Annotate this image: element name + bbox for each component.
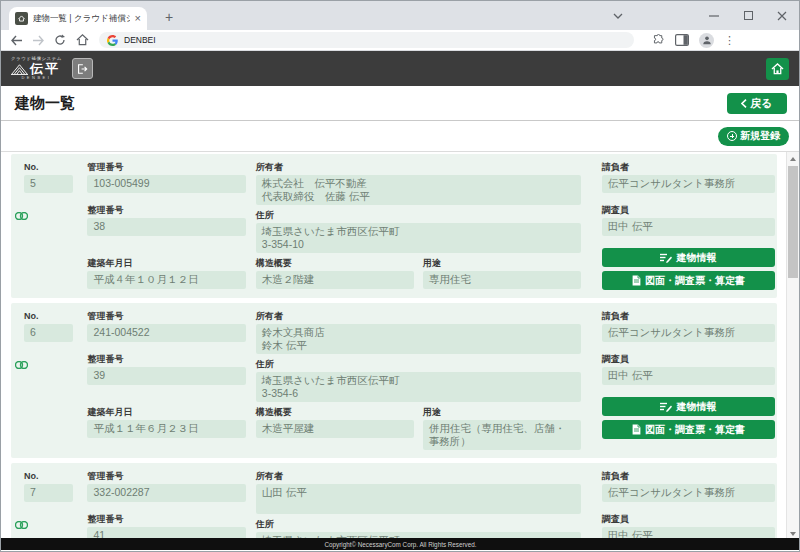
browser-toolbar: DENBEI ⋮ xyxy=(1,30,799,51)
logout-button[interactable] xyxy=(72,58,93,79)
documents-button[interactable]: 図面・調査票・算定書 xyxy=(602,420,775,439)
field-label-structure: 構造概要 xyxy=(256,258,414,268)
field-built-date: 平成１１年６月２３日 xyxy=(87,420,245,438)
field-no: 5 xyxy=(24,175,73,193)
page-footer: Copyright© NecessaryCom Corp. All Rights… xyxy=(1,538,799,550)
field-label-contractor: 請負者 xyxy=(602,311,775,321)
tab-strip: 建物一覧 | クラウド補償システム 伝 × + xyxy=(1,1,799,30)
new-registration-label: 新規登録 xyxy=(740,129,780,143)
field-seiri-no: 38 xyxy=(87,218,245,236)
tab-close-icon[interactable]: × xyxy=(135,13,141,24)
minimize-button[interactable] xyxy=(697,1,731,30)
field-label-surveyor: 調査員 xyxy=(602,514,775,524)
field-label-contractor: 請負者 xyxy=(602,471,775,481)
home-button[interactable] xyxy=(766,58,789,80)
building-info-label: 建物情報 xyxy=(676,251,716,265)
browser-menu-icon[interactable]: ⋮ xyxy=(724,34,735,47)
field-built-date: 平成４年１０月１２日 xyxy=(87,271,245,289)
brand-house-icon xyxy=(11,63,28,75)
reload-icon[interactable] xyxy=(51,31,69,49)
field-label-surveyor: 調査員 xyxy=(602,205,775,215)
field-owner: 株式会社 伝平不動産 代表取締役 佐藤 伝平 xyxy=(256,175,581,205)
building-info-button[interactable]: 建物情報 xyxy=(602,248,775,267)
field-label-built-date: 建築年月日 xyxy=(87,407,245,417)
app-logo[interactable]: クラウド補償システム 伝平 DENBEI xyxy=(11,57,62,81)
scroll-up-icon[interactable] xyxy=(787,152,799,165)
field-label-kanri: 管理番号 xyxy=(87,162,245,172)
field-label-no: No. xyxy=(24,471,73,481)
field-label-structure: 構造概要 xyxy=(256,407,414,417)
scrollbar-thumb[interactable] xyxy=(788,166,798,278)
chevron-left-icon xyxy=(741,99,747,108)
field-contractor: 伝平コンサルタント事務所 xyxy=(602,484,775,502)
url-text: DENBEI xyxy=(124,35,156,45)
field-label-kanri: 管理番号 xyxy=(87,471,245,481)
close-window-button[interactable] xyxy=(765,1,799,30)
field-label-usage: 用途 xyxy=(423,258,581,268)
field-structure: 木造平屋建 xyxy=(256,420,414,438)
building-info-button[interactable]: 建物情報 xyxy=(602,397,775,416)
profile-avatar[interactable] xyxy=(699,33,714,48)
field-kanri-no: 103-005499 xyxy=(87,175,245,193)
app-header: クラウド補償システム 伝平 DENBEI xyxy=(1,51,799,86)
document-icon xyxy=(632,275,641,286)
page-header: 建物一覧 戻る xyxy=(1,86,799,121)
new-registration-button[interactable]: 新規登録 xyxy=(718,127,789,146)
documents-button[interactable]: 図面・調査票・算定書 xyxy=(602,271,775,290)
link-icon[interactable] xyxy=(15,361,28,369)
field-label-owner: 所有者 xyxy=(256,311,581,321)
field-label-surveyor: 調査員 xyxy=(602,354,775,364)
home-nav-icon[interactable] xyxy=(73,31,91,49)
browser-tab[interactable]: 建物一覧 | クラウド補償システム 伝 × xyxy=(9,7,147,30)
field-usage: 併用住宅（専用住宅、店舗・事務所） xyxy=(423,420,581,450)
brand-name: 伝平 xyxy=(30,62,60,75)
field-label-no: No. xyxy=(24,162,73,172)
field-owner: 山田 伝平 xyxy=(256,484,581,514)
field-kanri-no: 241-004522 xyxy=(87,324,245,342)
field-owner: 鈴木文具商店 鈴木 伝平 xyxy=(256,324,581,354)
back-nav-icon[interactable] xyxy=(7,31,25,49)
field-no: 7 xyxy=(24,484,73,502)
maximize-button[interactable] xyxy=(731,1,765,30)
documents-label: 図面・調査票・算定書 xyxy=(645,274,745,288)
field-label-owner: 所有者 xyxy=(256,162,581,172)
field-structure: 木造２階建 xyxy=(256,271,414,289)
field-label-contractor: 請負者 xyxy=(602,162,775,172)
edit-list-icon xyxy=(660,253,672,263)
side-panel-icon[interactable] xyxy=(675,34,689,46)
back-button[interactable]: 戻る xyxy=(727,93,787,114)
building-record-card: No. 5 管理番号 103-005499 整理番号 38 建築年月日 平成４年… xyxy=(11,154,777,298)
field-label-seiri: 整理番号 xyxy=(87,354,245,364)
link-icon[interactable] xyxy=(15,521,28,529)
field-label-address: 住所 xyxy=(256,519,581,529)
field-address: 埼玉県さいたま市西区伝平町 3-354-10 xyxy=(256,223,581,253)
tab-search-chevron-icon[interactable] xyxy=(605,1,631,30)
field-label-address: 住所 xyxy=(256,359,581,369)
tab-title: 建物一覧 | クラウド補償システム 伝 xyxy=(33,13,130,25)
new-tab-button[interactable]: + xyxy=(159,7,179,27)
field-seiri-no: 39 xyxy=(87,367,245,385)
building-record-card: No. 7 管理番号 332-002287 整理番号 41 建築年月日 所有者 … xyxy=(11,463,777,540)
plus-circle-icon xyxy=(727,131,737,141)
building-record-card: No. 6 管理番号 241-004522 整理番号 39 建築年月日 平成１１… xyxy=(11,303,777,458)
address-bar[interactable]: DENBEI xyxy=(99,32,634,48)
back-button-label: 戻る xyxy=(750,96,772,111)
edit-list-icon xyxy=(660,402,672,412)
field-label-owner: 所有者 xyxy=(256,471,581,481)
field-contractor: 伝平コンサルタント事務所 xyxy=(602,175,775,193)
field-label-seiri: 整理番号 xyxy=(87,205,245,215)
link-icon[interactable] xyxy=(15,212,28,220)
google-g-icon xyxy=(107,35,118,46)
list-toolbar: 新規登録 xyxy=(1,121,799,151)
page-title: 建物一覧 xyxy=(15,94,75,113)
scrollbar[interactable] xyxy=(786,152,799,540)
documents-label: 図面・調査票・算定書 xyxy=(645,423,745,437)
field-label-built-date: 建築年月日 xyxy=(87,258,245,268)
building-list: No. 5 管理番号 103-005499 整理番号 38 建築年月日 平成４年… xyxy=(1,151,799,540)
field-label-seiri: 整理番号 xyxy=(87,514,245,524)
forward-nav-icon[interactable] xyxy=(29,31,47,49)
field-label-usage: 用途 xyxy=(423,407,581,417)
window-controls xyxy=(697,1,799,30)
field-surveyor: 田中 伝平 xyxy=(602,367,775,385)
extensions-puzzle-icon[interactable] xyxy=(652,34,665,47)
